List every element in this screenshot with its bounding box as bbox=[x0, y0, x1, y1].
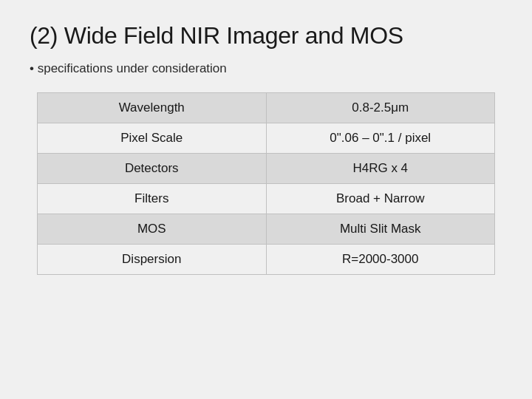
row-label: MOS bbox=[38, 214, 267, 245]
row-value: 0.8-2.5μm bbox=[266, 93, 495, 123]
table-row: FiltersBroad + Narrow bbox=[38, 184, 495, 214]
row-value: Broad + Narrow bbox=[266, 184, 495, 214]
row-label: Pixel Scale bbox=[38, 123, 267, 154]
table-row: Pixel Scale0".06 – 0".1 / pixel bbox=[38, 123, 495, 154]
specs-table: Wavelength0.8-2.5μmPixel Scale0".06 – 0"… bbox=[37, 92, 495, 275]
table-row: MOSMulti Slit Mask bbox=[38, 214, 495, 245]
row-label: Detectors bbox=[38, 154, 267, 184]
table-row: DispersionR=2000-3000 bbox=[38, 245, 495, 275]
row-label: Dispersion bbox=[38, 245, 267, 275]
row-value: R=2000-3000 bbox=[266, 245, 495, 275]
subtitle: • specifications under consideration bbox=[30, 61, 502, 76]
row-value: 0".06 – 0".1 / pixel bbox=[266, 123, 495, 154]
table-row: DetectorsH4RG x 4 bbox=[38, 154, 495, 184]
table-row: Wavelength0.8-2.5μm bbox=[38, 93, 495, 123]
row-value: H4RG x 4 bbox=[266, 154, 495, 184]
subtitle-text: specifications under consideration bbox=[38, 61, 227, 75]
page-title: (2) Wide Field NIR Imager and MOS bbox=[30, 22, 502, 50]
bullet-icon: • bbox=[30, 61, 34, 75]
row-label: Filters bbox=[38, 184, 267, 214]
row-label: Wavelength bbox=[38, 93, 267, 123]
row-value: Multi Slit Mask bbox=[266, 214, 495, 245]
